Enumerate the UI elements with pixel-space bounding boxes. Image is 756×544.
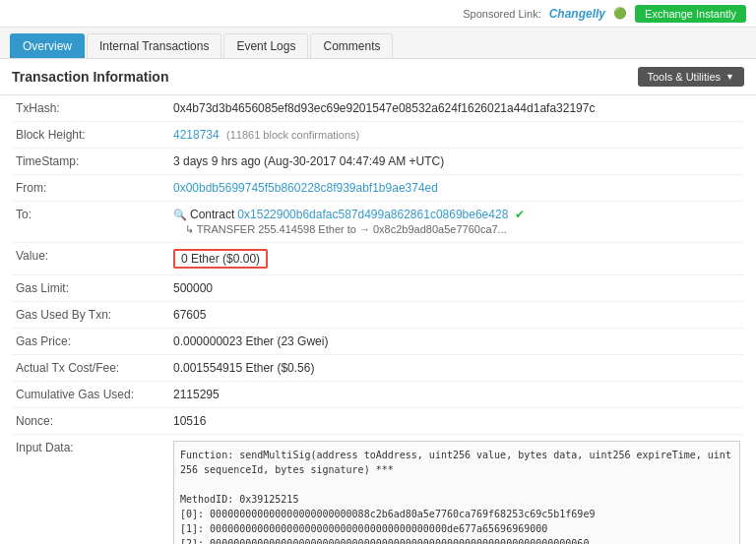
- block-height-row: Block Height: 4218734 (11861 block confi…: [12, 122, 744, 149]
- value-badge: 0 Ether ($0.00): [173, 249, 268, 269]
- block-height-cell: 4218734 (11861 block confirmations): [169, 122, 744, 149]
- value-cell: 0 Ether ($0.00): [169, 243, 744, 275]
- block-height-link[interactable]: 4218734: [173, 128, 220, 142]
- contract-address-link[interactable]: 0x1522900b6dafac587d499a862861c0869be6e4…: [237, 208, 508, 221]
- tab-event-logs[interactable]: Event Logs: [223, 33, 308, 58]
- timestamp-row: TimeStamp: 3 days 9 hrs ago (Aug-30-2017…: [12, 149, 744, 175]
- info-table: TxHash: 0x4b73d3b4656085ef8d93ec69e92015…: [12, 95, 744, 544]
- cumulative-gas-value: 2115295: [169, 382, 744, 408]
- actual-cost-value: 0.001554915 Ether ($0.56): [169, 355, 744, 382]
- input-data-label: Input Data:: [12, 435, 169, 545]
- actual-cost-label: Actual Tx Cost/Fee:: [12, 355, 169, 382]
- tools-utilities-btn[interactable]: Tools & Utilities ▼: [638, 67, 745, 87]
- block-confirmations: (11861 block confirmations): [226, 129, 359, 141]
- to-label: To:: [12, 202, 169, 243]
- gas-price-value: 0.000000023 Ether (23 Gwei): [169, 329, 744, 355]
- txhash-row: TxHash: 0x4b73d3b4656085ef8d93ec69e92015…: [12, 95, 744, 122]
- to-row: To: 🔍 Contract 0x1522900b6dafac587d499a8…: [12, 202, 744, 243]
- section-header: Transaction Information Tools & Utilitie…: [0, 59, 756, 95]
- tab-overview[interactable]: Overview: [10, 33, 85, 58]
- tab-comments[interactable]: Comments: [310, 33, 393, 58]
- gas-limit-label: Gas Limit:: [12, 275, 169, 302]
- from-cell: 0x00bdb5699745f5b860228c8f939abf1b9ae374…: [169, 175, 744, 202]
- value-row: Value: 0 Ether ($0.00): [12, 243, 744, 275]
- input-data-textarea[interactable]: [173, 441, 740, 544]
- sponsored-label: Sponsored Link:: [463, 8, 541, 20]
- input-data-row: Input Data: Convert To Ascii: [12, 435, 744, 545]
- from-label: From:: [12, 175, 169, 202]
- tabs-bar: Overview Internal Transactions Event Log…: [0, 28, 756, 59]
- nonce-label: Nonce:: [12, 408, 169, 435]
- gas-used-row: Gas Used By Txn: 67605: [12, 302, 744, 329]
- contract-prefix: Contract: [190, 208, 234, 221]
- top-bar: Sponsored Link: Changelly 🟢 Exchange Ins…: [0, 0, 756, 28]
- cumulative-gas-row: Cumulative Gas Used: 2115295: [12, 382, 744, 408]
- from-row: From: 0x00bdb5699745f5b860228c8f939abf1b…: [12, 175, 744, 202]
- from-address-link[interactable]: 0x00bdb5699745f5b860228c8f939abf1b9ae374…: [173, 181, 438, 195]
- gas-price-row: Gas Price: 0.000000023 Ether (23 Gwei): [12, 329, 744, 355]
- actual-cost-row: Actual Tx Cost/Fee: 0.001554915 Ether ($…: [12, 355, 744, 382]
- cumulative-gas-label: Cumulative Gas Used:: [12, 382, 169, 408]
- timestamp-value: 3 days 9 hrs ago (Aug-30-2017 04:47:49 A…: [169, 149, 744, 175]
- changelly-icon: 🟢: [613, 7, 627, 20]
- timestamp-label: TimeStamp:: [12, 149, 169, 175]
- txhash-value: 0x4b73d3b4656085ef8d93ec69e9201547e08532…: [169, 95, 744, 122]
- gas-price-label: Gas Price:: [12, 329, 169, 355]
- changelly-link[interactable]: Changelly: [549, 7, 605, 21]
- txhash-label: TxHash:: [12, 95, 169, 122]
- chevron-down-icon: ▼: [725, 72, 734, 82]
- transfer-text: ↳ TRANSFER 255.414598 Ether to → 0x8c2b9…: [185, 223, 507, 235]
- gas-used-label: Gas Used By Txn:: [12, 302, 169, 329]
- exchange-btn[interactable]: Exchange Instantly: [635, 5, 746, 23]
- input-data-cell: Convert To Ascii: [169, 435, 744, 545]
- gas-limit-row: Gas Limit: 500000: [12, 275, 744, 302]
- value-label: Value:: [12, 243, 169, 275]
- nonce-row: Nonce: 10516: [12, 408, 744, 435]
- main-content: TxHash: 0x4b73d3b4656085ef8d93ec69e92015…: [0, 95, 756, 544]
- to-cell: 🔍 Contract 0x1522900b6dafac587d499a86286…: [169, 202, 744, 243]
- tab-internal-transactions[interactable]: Internal Transactions: [87, 33, 221, 58]
- contract-row: 🔍 Contract 0x1522900b6dafac587d499a86286…: [173, 208, 740, 221]
- gas-used-value: 67605: [169, 302, 744, 329]
- gas-limit-value: 500000: [169, 275, 744, 302]
- verified-icon: ✔: [515, 208, 525, 221]
- search-icon: 🔍: [173, 209, 187, 221]
- block-height-label: Block Height:: [12, 122, 169, 149]
- transfer-row: ↳ TRANSFER 255.414598 Ether to → 0x8c2b9…: [173, 223, 740, 236]
- input-data-container: Convert To Ascii: [173, 441, 740, 544]
- nonce-value: 10516: [169, 408, 744, 435]
- section-title: Transaction Information: [12, 69, 168, 85]
